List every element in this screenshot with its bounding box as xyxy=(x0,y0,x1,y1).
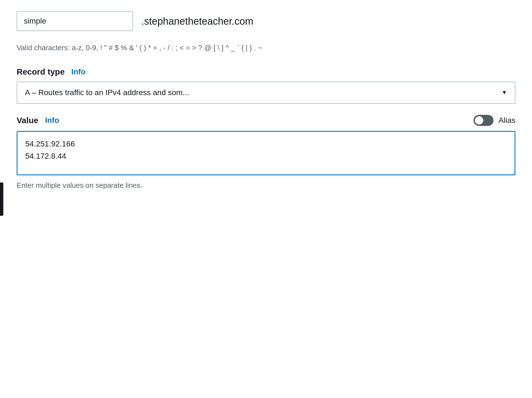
record-type-label-row: Record type Info xyxy=(17,67,515,77)
value-label: Value xyxy=(17,116,38,125)
domain-suffix: .stephanetheteacher.com xyxy=(141,11,247,28)
record-type-info-link[interactable]: Info xyxy=(71,67,85,76)
value-info-link[interactable]: Info xyxy=(45,116,59,125)
record-type-select-value: A – Routes traffic to an IPv4 address an… xyxy=(25,88,189,97)
toggle-knob xyxy=(475,116,483,125)
name-input[interactable] xyxy=(17,11,133,31)
record-type-section: Record type Info A – Routes traffic to a… xyxy=(17,67,515,104)
record-type-select-display[interactable]: A – Routes traffic to an IPv4 address an… xyxy=(17,82,515,103)
valid-chars-text: Valid characters: a-z, 0-9, ! " # $ % & … xyxy=(17,42,332,54)
left-bar-indicator xyxy=(0,182,3,212)
value-textarea[interactable]: 54.251.92.166 54.172.8.44 xyxy=(17,131,515,175)
value-section: Value Info Alias 54.251.92.166 54.172.8.… xyxy=(17,115,515,190)
top-row: .stephanetheteacher.com xyxy=(17,11,515,31)
hint-text: Enter multiple values on separate lines. xyxy=(17,181,515,190)
alias-toggle[interactable] xyxy=(474,115,493,126)
record-type-select-wrapper[interactable]: A – Routes traffic to an IPv4 address an… xyxy=(17,82,515,104)
record-type-label: Record type xyxy=(17,67,65,77)
chevron-down-icon: ▼ xyxy=(502,89,507,96)
value-label-group: Value Info xyxy=(17,116,59,125)
value-header-row: Value Info Alias xyxy=(17,115,515,126)
name-input-wrapper xyxy=(17,11,133,31)
alias-group: Alias xyxy=(474,115,515,126)
alias-label: Alias xyxy=(498,116,515,125)
